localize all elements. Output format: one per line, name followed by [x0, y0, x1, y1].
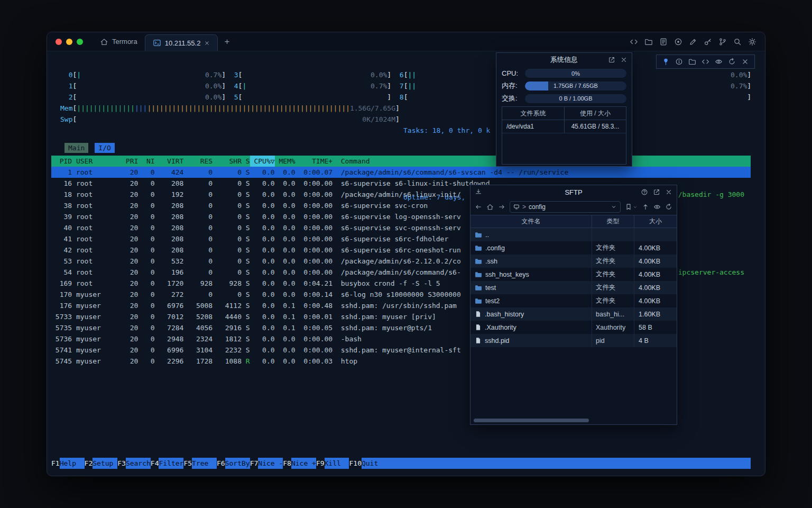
folder-icon: [475, 271, 482, 278]
fn-action-F8[interactable]: Nice +: [291, 458, 316, 469]
breadcrumb-path: config: [529, 203, 546, 211]
zoom-window-button[interactable]: [77, 39, 83, 45]
close-icon[interactable]: [741, 58, 749, 66]
file-name: ..: [485, 231, 489, 239]
filesystem-row[interactable]: /dev/vda1 45.61GB / 58.3...: [502, 120, 626, 133]
fn-action-F4[interactable]: Filter: [159, 458, 183, 469]
new-tab-button[interactable]: +: [218, 32, 236, 51]
meter-bar: 0 B / 1.00GB: [525, 94, 626, 103]
file-type: 文件夹: [592, 281, 634, 294]
close-tab-icon[interactable]: [204, 40, 210, 46]
minimize-window-button[interactable]: [66, 39, 72, 45]
file-name: .ssh: [485, 258, 497, 265]
fn-action-F1[interactable]: Help: [60, 458, 85, 469]
file-size: 4.00KB: [634, 255, 677, 268]
file-row[interactable]: .config文件夹4.00KB: [470, 241, 677, 255]
file-row[interactable]: test2文件夹4.00KB: [470, 294, 677, 307]
column-header-pid[interactable]: PID: [51, 156, 72, 167]
file-row[interactable]: .bash_historybash_hi...1.60KB: [470, 307, 677, 321]
column-header-user[interactable]: USER: [76, 156, 117, 167]
column-header-ni[interactable]: NI: [138, 156, 154, 167]
tab-label: 10.211.55.2: [165, 39, 201, 47]
column-header-time[interactable]: TIME+: [296, 156, 333, 167]
column-header-res[interactable]: RES: [183, 156, 213, 167]
htop-tab-io[interactable]: I/O: [95, 143, 114, 153]
close-window-button[interactable]: [56, 39, 62, 45]
htop-tab-main[interactable]: Main: [64, 143, 88, 153]
column-header-virt[interactable]: VIRT: [155, 156, 184, 167]
branch-icon[interactable]: [718, 38, 727, 46]
open-in-window-icon[interactable]: [608, 56, 615, 64]
pin-icon[interactable]: [662, 58, 670, 66]
tab-ssh-session[interactable]: 10.211.55.2: [145, 34, 218, 51]
column-header-s[interactable]: S: [242, 156, 250, 167]
horizontal-scrollbar-thumb[interactable]: [474, 419, 589, 422]
column-header-shr[interactable]: SHR: [213, 156, 242, 167]
fn-action-F5[interactable]: Tree: [192, 458, 217, 469]
folder-icon[interactable]: [688, 58, 696, 66]
fn-action-F6[interactable]: SortBy: [225, 458, 250, 469]
fn-action-F3[interactable]: Search: [126, 458, 151, 469]
close-icon[interactable]: [665, 188, 672, 196]
col-type[interactable]: 类型: [592, 215, 634, 228]
settings-icon[interactable]: [748, 38, 756, 46]
parent-directory-icon[interactable]: [642, 203, 649, 211]
file-name: test2: [485, 297, 500, 305]
file-row[interactable]: .ssh文件夹4.00KB: [470, 255, 677, 268]
eye-icon[interactable]: [715, 58, 723, 66]
path-breadcrumb[interactable]: > config: [510, 201, 621, 213]
file-size: [634, 228, 677, 241]
col-filesystem: 文件系统: [502, 107, 565, 120]
fn-action-F2[interactable]: Setup: [93, 458, 117, 469]
fn-action-F10[interactable]: Quit: [362, 458, 386, 469]
record-icon[interactable]: [674, 38, 682, 46]
meter-bar: 0%: [525, 69, 626, 78]
refresh-icon[interactable]: [728, 58, 736, 66]
column-header-mem[interactable]: MEM%: [275, 156, 296, 167]
tab-termora-home[interactable]: Termora: [93, 32, 145, 51]
refresh-icon[interactable]: [665, 203, 672, 211]
column-header-pri[interactable]: PRI: [117, 156, 138, 167]
bookmark-icon[interactable]: [625, 203, 632, 211]
show-hidden-icon[interactable]: [653, 203, 661, 211]
forward-icon[interactable]: [498, 203, 505, 211]
help-icon[interactable]: [641, 188, 648, 196]
column-header-cpu[interactable]: CPU%▽: [250, 156, 275, 167]
info-icon[interactable]: [675, 58, 683, 66]
chevron-down-icon[interactable]: [633, 205, 638, 210]
occluded-command-fragment: /basedir -g 3000: [678, 189, 744, 200]
fn-key-F5: F5: [183, 458, 192, 469]
col-filename[interactable]: 文件名: [470, 215, 592, 228]
htop-screen-tabs: Main I/O: [64, 143, 115, 153]
close-icon[interactable]: [620, 56, 628, 64]
file-row[interactable]: ssh_host_keys文件夹4.00KB: [470, 268, 677, 281]
search-icon[interactable]: [733, 38, 742, 46]
folder-icon[interactable]: [644, 38, 653, 46]
file-row[interactable]: ..: [470, 228, 677, 241]
file-row[interactable]: test文件夹4.00KB: [470, 281, 677, 294]
home-icon[interactable]: [486, 203, 494, 211]
cpu-meter-row: 2[ 0.0%] 5[ ] 8[ ]: [60, 92, 751, 103]
filesystem-table-header: 文件系统 使用 / 大小: [502, 107, 626, 120]
process-table-header: PIDUSERPRINIVIRTRESSHRSCPU%▽MEM%TIME+Com…: [51, 156, 751, 167]
back-icon[interactable]: [475, 203, 482, 211]
col-usage: 使用 / 大小: [565, 107, 626, 120]
process-row[interactable]: 1root20042400S0.00.00:00.07/package/admi…: [51, 167, 751, 178]
edit-icon[interactable]: [689, 38, 697, 46]
transfers-icon[interactable]: [475, 188, 482, 196]
file-name: ssh_host_keys: [485, 271, 529, 278]
fn-action-F7[interactable]: Nice -: [258, 458, 283, 469]
file-size: 4.00KB: [634, 281, 677, 294]
app-window: Termora 10.211.55.2 + 0[| 0.7%] 3[ 0.0%]…: [47, 32, 765, 476]
key-icon[interactable]: [704, 38, 712, 46]
journal-icon[interactable]: [659, 38, 668, 46]
file-row[interactable]: sshd.pidpid4 B: [470, 334, 677, 347]
open-in-window-icon[interactable]: [653, 188, 660, 196]
file-row[interactable]: .XauthorityXauthority58 B: [470, 321, 677, 334]
code-icon[interactable]: [630, 38, 638, 46]
col-size[interactable]: 大小: [634, 215, 677, 228]
chevron-down-icon[interactable]: [611, 204, 617, 210]
code-icon[interactable]: [702, 58, 709, 66]
fn-action-F9[interactable]: Kill: [325, 458, 349, 469]
file-table-header: 文件名 类型 大小: [470, 215, 677, 228]
